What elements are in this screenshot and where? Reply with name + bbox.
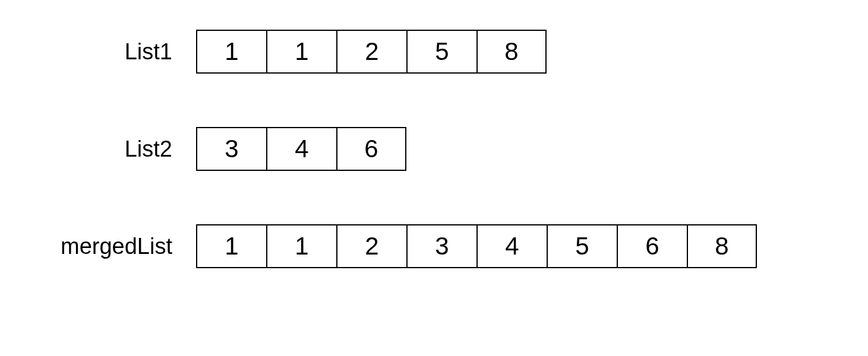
list-cell: 3: [406, 224, 476, 268]
mergedlist-cells: 1 1 2 3 4 5 6 8: [196, 224, 757, 268]
list-cell: 1: [196, 30, 266, 74]
list-cell: 1: [266, 30, 336, 74]
list-cell: 4: [266, 127, 336, 171]
list-cell: 2: [336, 30, 406, 74]
list2-label: List2: [24, 136, 196, 162]
list1-row: List1 1 1 2 5 8: [24, 30, 844, 74]
mergedlist-label: mergedList: [24, 234, 196, 259]
list-cell: 2: [336, 224, 406, 268]
mergedlist-row: mergedList 1 1 2 3 4 5 6 8: [24, 224, 844, 268]
list2-row: List2 3 4 6: [24, 127, 844, 171]
list-cell: 6: [336, 127, 406, 171]
list-cell: 4: [476, 224, 547, 268]
list-cell: 1: [266, 224, 336, 268]
list2-cells: 3 4 6: [196, 127, 406, 171]
list-cell: 1: [196, 224, 266, 268]
list-cell: 8: [476, 30, 547, 74]
list-cell: 8: [687, 224, 757, 268]
list1-label: List1: [24, 39, 196, 65]
list-cell: 5: [547, 224, 617, 268]
list-cell: 5: [406, 30, 476, 74]
list1-cells: 1 1 2 5 8: [196, 30, 547, 74]
list-cell: 6: [617, 224, 687, 268]
list-cell: 3: [196, 127, 266, 171]
